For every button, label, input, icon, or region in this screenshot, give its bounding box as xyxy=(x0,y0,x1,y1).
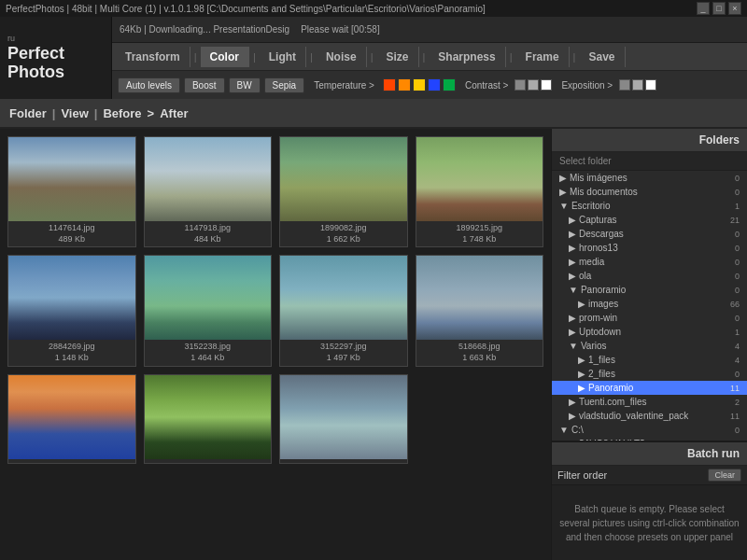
breadcrumb-folder[interactable]: Folder xyxy=(9,106,47,120)
app-logo: ru Perfect Photos xyxy=(0,17,112,99)
image-label: 1899082.jpg 1 662 Kb xyxy=(317,221,371,246)
bw-button[interactable]: BW xyxy=(229,77,261,93)
folder-item[interactable]: ▶Descargas 0 xyxy=(552,227,747,241)
swatch-green[interactable] xyxy=(443,78,456,91)
list-item[interactable]: 3152297.jpg 1 497 Kb xyxy=(279,255,408,366)
tab-sharpness[interactable]: Sharpness xyxy=(429,47,505,67)
contrast-swatches[interactable] xyxy=(514,79,552,91)
folder-item[interactable]: ▶ola 0 xyxy=(552,269,747,283)
auto-levels-button[interactable]: Auto levels xyxy=(118,77,180,93)
folder-item[interactable]: ▼Escritorio 1 xyxy=(552,199,747,213)
tab-save[interactable]: Save xyxy=(579,47,625,67)
contrast-swatch-3[interactable] xyxy=(541,79,552,91)
contrast-control: Contrast > xyxy=(465,79,552,91)
folder-item[interactable]: ▶media 0 xyxy=(552,255,747,269)
list-item[interactable]: 1899082.jpg 1 662 Kb xyxy=(279,136,408,247)
tab-size[interactable]: Size xyxy=(376,47,418,67)
list-item[interactable]: 1899215.jpg 1 748 Kb xyxy=(416,136,544,247)
swatch-orange[interactable] xyxy=(398,78,411,91)
titlebar-text: PerfectPhotos | 48bit | Multi Core (1) |… xyxy=(6,4,486,14)
folder-item[interactable]: ▶hronos13 0 xyxy=(552,241,747,255)
image-label xyxy=(204,459,211,463)
select-folder-label: Select folder xyxy=(552,152,747,171)
folder-item[interactable]: ▶Mis imágenes 0 xyxy=(552,171,747,185)
wait-info: Please wait [00:58] xyxy=(301,24,380,35)
list-item[interactable] xyxy=(7,374,136,464)
folder-item[interactable]: ▶Tuenti.com_files 2 xyxy=(552,395,747,409)
folder-item[interactable]: ▶images 66 xyxy=(552,297,747,311)
folder-expand-icon: ▶ xyxy=(569,411,576,421)
list-item[interactable]: 2884269.jpg 1 148 Kb xyxy=(7,255,136,366)
folder-item[interactable]: ▼Varios 4 xyxy=(552,339,747,353)
breadcrumb-view[interactable]: View xyxy=(61,106,88,120)
titlebar: PerfectPhotos | 48bit | Multi Core (1) |… xyxy=(0,0,747,17)
folder-item[interactable]: ▼Panoramio 0 xyxy=(552,283,747,297)
folder-item[interactable]: ▶prom-win 0 xyxy=(552,311,747,325)
clear-button[interactable]: Clear xyxy=(708,469,741,482)
folder-expand-icon: ▶ xyxy=(569,271,576,281)
folder-item[interactable]: ▶1_files 4 xyxy=(552,353,747,367)
exposition-control: Exposition > xyxy=(561,79,656,91)
thumbnail xyxy=(416,137,543,221)
breadcrumb-sep2: | xyxy=(94,106,98,120)
temperature-control: Temperature > xyxy=(314,78,456,91)
list-item[interactable] xyxy=(279,374,408,464)
folder-collapse-icon: ▼ xyxy=(559,201,569,211)
contrast-swatch-2[interactable] xyxy=(528,79,539,91)
contrast-swatch-1[interactable] xyxy=(514,79,526,91)
list-item[interactable]: 3152238.jpg 1 464 Kb xyxy=(144,255,273,366)
exposition-swatch-2[interactable] xyxy=(632,79,643,91)
folder-item[interactable]: ▶vladstudio_valentine_pack 11 xyxy=(552,409,747,423)
folder-item[interactable]: ▼C:\ 0 xyxy=(552,423,747,437)
maximize-button[interactable]: □ xyxy=(712,2,726,15)
exposition-swatches[interactable] xyxy=(619,79,656,91)
folder-item[interactable]: ▶Capturas 21 xyxy=(552,213,747,227)
tab-light[interactable]: Light xyxy=(260,47,306,67)
list-item[interactable]: 1147918.jpg 484 Kb xyxy=(144,136,273,247)
list-item[interactable]: 518668.jpg 1 663 Kb xyxy=(416,255,544,366)
toolbar-tabs[interactable]: Transform | Color | Light | Noise | Size… xyxy=(112,43,747,71)
folder-tree[interactable]: ▶Mis imágenes 0 ▶Mis documentos 0 ▼Escri… xyxy=(552,171,747,441)
tab-frame[interactable]: Frame xyxy=(516,47,570,67)
tab-transform[interactable]: Transform xyxy=(116,47,190,67)
folder-item-panoramio-selected[interactable]: ▶Panoramio 11 xyxy=(552,381,747,395)
swatch-blue[interactable] xyxy=(428,78,441,91)
folder-collapse-icon: ▼ xyxy=(569,285,578,295)
folder-collapse-icon: ▼ xyxy=(559,425,569,435)
folder-expand-icon: ▶ xyxy=(569,397,576,407)
sepia-button[interactable]: Sepia xyxy=(264,77,305,93)
breadcrumb-before[interactable]: Before xyxy=(103,106,141,120)
thumbnail xyxy=(145,375,272,459)
breadcrumb-after[interactable]: After xyxy=(160,106,188,120)
thumbnail xyxy=(280,256,407,340)
list-item[interactable]: 1147614.jpg 489 Kb xyxy=(7,136,136,247)
folder-item[interactable]: ▶2_files 0 xyxy=(552,367,747,381)
folder-expand-icon: ▶ xyxy=(569,327,576,337)
boost-button[interactable]: Boost xyxy=(184,77,225,93)
folder-expand-icon: ▶ xyxy=(559,173,567,183)
exposition-swatch-1[interactable] xyxy=(619,79,630,91)
tab-noise[interactable]: Noise xyxy=(317,47,367,67)
image-label: 2884269.jpg 1 148 Kb xyxy=(45,340,99,365)
thumbnail xyxy=(280,137,407,221)
tab-color[interactable]: Color xyxy=(201,47,249,67)
titlebar-controls[interactable]: _ □ × xyxy=(697,2,741,15)
batch-section: Batch run Filter order Clear Batch queue… xyxy=(552,441,747,560)
contrast-label: Contrast > xyxy=(465,80,508,91)
main-content: 1147614.jpg 489 Kb 1147918.jpg 484 Kb 18… xyxy=(0,129,747,560)
breadcrumb-arrow: > xyxy=(148,106,155,120)
exposition-swatch-3[interactable] xyxy=(645,79,656,91)
temperature-swatches[interactable] xyxy=(383,78,456,91)
thumbnail xyxy=(280,375,407,459)
swatch-red[interactable] xyxy=(383,78,396,91)
folder-item[interactable]: ▶Uptodown 1 xyxy=(552,325,747,339)
list-item[interactable] xyxy=(144,374,273,464)
close-button[interactable]: × xyxy=(728,2,741,15)
swatch-yellow[interactable] xyxy=(413,78,426,91)
folder-item[interactable]: ▶Mis documentos 0 xyxy=(552,185,747,199)
folder-expand-icon: ▶ xyxy=(578,383,585,393)
image-label: 1899215.jpg 1 748 Kb xyxy=(452,221,506,246)
folder-expand-icon: ▶ xyxy=(578,299,585,309)
minimize-button[interactable]: _ xyxy=(697,2,710,15)
image-grid[interactable]: 1147614.jpg 489 Kb 1147918.jpg 484 Kb 18… xyxy=(0,129,551,560)
